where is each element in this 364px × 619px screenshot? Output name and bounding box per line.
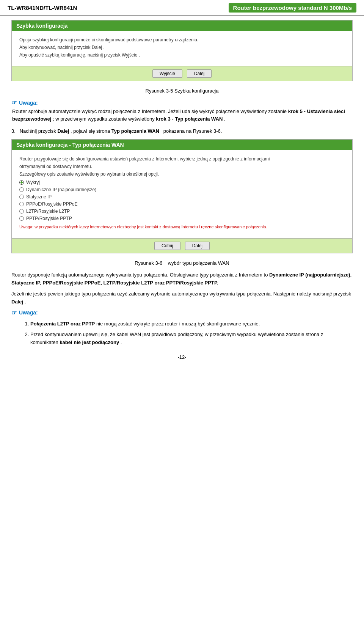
model-name: TL-WR841ND/TL-WR841N [8, 5, 77, 11]
note2-item1: Połączenia L2TP oraz PPTP nie mogą zosta… [30, 320, 341, 328]
note1-text: Router spróbuje automatycznie wykryć rod… [11, 108, 353, 123]
radio-l2tp[interactable]: L2TP/Rosyjskie L2TP [19, 209, 345, 214]
figure2-line1: Router przygotowuje się do skonfigurowan… [19, 156, 345, 162]
body-para2: Jeżeli nie jesteś pewien jakiego typu po… [11, 290, 353, 306]
figure2-box: Szybka konfiguracja - Typ połączenia WAN… [11, 139, 353, 253]
figure1-footer: Wyjście Dalej [12, 66, 352, 81]
back-button[interactable]: Cofnij [154, 242, 180, 250]
radio-circle-1 [19, 187, 24, 192]
figure2-line2: otrzymanymi od dostawcy Internetu. [19, 164, 345, 169]
figure2-line3: Szczegółowy opis zostanie wyświetlony po… [19, 171, 345, 177]
next-button-1[interactable]: Dalej [187, 69, 212, 78]
note2-list: Połączenia L2TP oraz PPTP nie mogą zosta… [30, 320, 341, 347]
figure1-line1: Opcja szybkiej konfiguracji pomoże ci sk… [19, 37, 345, 42]
note-icon-1: ☞ [11, 99, 17, 106]
figure1-caption: Rysunek 3-5 Szybka konfiguracja [0, 88, 364, 94]
note1-box: ☞ Uwaga: Router spróbuje automatycznie w… [11, 99, 353, 123]
figure2-header: Szybka konfiguracja - Typ połączenia WAN [12, 140, 352, 150]
radio-wykryj[interactable]: Wykryj [19, 180, 345, 185]
figure1-line3: Aby opuścić szybką konfigurację, naciśni… [19, 52, 345, 58]
page-number: -12- [0, 354, 364, 364]
note-icon-2: ☞ [11, 309, 17, 316]
figure1-header: Szybka konfiguracja [12, 20, 352, 31]
radio-group: Wykryj Dynamiczne IP (najpopularniejsze)… [19, 180, 345, 221]
figure2-body: Router przygotowuje się do skonfigurowan… [12, 150, 352, 238]
radio-circle-4 [19, 209, 24, 214]
radio-dynamic-ip[interactable]: Dynamiczne IP (najpopularniejsze) [19, 187, 345, 192]
next-button-2[interactable]: Dalej [185, 242, 210, 250]
radio-static-ip[interactable]: Statyczne IP [19, 194, 345, 200]
subtitle: Router bezprzewodowy standard N 300Mb/s [229, 3, 356, 13]
radio-pptp[interactable]: PPTP/Rosyjskie PPTP [19, 216, 345, 221]
figure2-footer: Cofnij Dalej [12, 238, 352, 253]
radio-circle-2 [19, 195, 24, 199]
figure1-body: Opcja szybkiej konfiguracji pomoże ci sk… [12, 31, 352, 66]
body-para1: Router dysponuje funkcją automatycznego … [11, 271, 353, 287]
figure1-line2: Aby kontynuować, naciśnij przycisk Dalej… [19, 45, 345, 50]
note1-title: ☞ Uwaga: [11, 99, 353, 106]
figure1-box: Szybka konfiguracja Opcja szybkiej konfi… [11, 20, 353, 81]
figure2-warning: Uwaga: w przypadku niektórych łączy inte… [19, 224, 345, 230]
exit-button[interactable]: Wyjście [152, 69, 182, 78]
radio-pppoe[interactable]: PPPoE/Rosyjskie PPPoE [19, 201, 345, 207]
note2-box: ☞ Uwaga: Połączenia L2TP oraz PPTP nie m… [11, 309, 353, 347]
section3-line: 3. Naciśnij przycisk Dalej , pojawi się … [11, 127, 353, 135]
radio-circle-3 [19, 202, 24, 206]
note2-title: ☞ Uwaga: [11, 309, 353, 316]
figure2-caption: Rysunek 3-6 wybór typu połączenia WAN [0, 260, 364, 266]
page-header: TL-WR841ND/TL-WR841N Router bezprzewodow… [0, 0, 364, 16]
radio-circle-0 [19, 180, 24, 185]
radio-circle-5 [19, 216, 24, 221]
note2-item2: Przed kontynuowaniem upewnij się, że kab… [30, 331, 341, 347]
